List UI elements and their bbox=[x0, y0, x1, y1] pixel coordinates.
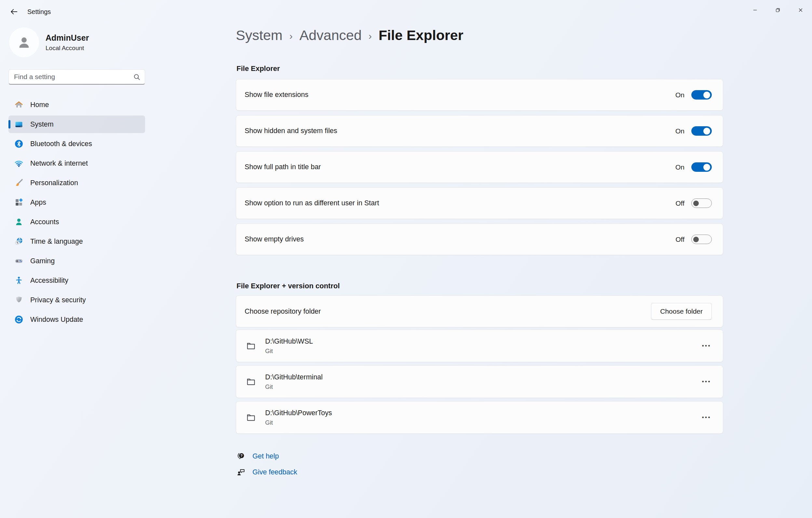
folder-icon bbox=[246, 341, 256, 351]
apps-icon bbox=[14, 198, 23, 207]
section-title-file-explorer: File Explorer bbox=[236, 64, 280, 73]
sidebar-item-label: Apps bbox=[30, 199, 46, 207]
setting-row-show-full-path: Show full path in title bar On bbox=[236, 151, 723, 183]
toggle-switch[interactable] bbox=[691, 162, 712, 172]
minimize-button[interactable] bbox=[744, 0, 766, 20]
accessibility-icon bbox=[14, 276, 23, 285]
setting-label: Show full path in title bar bbox=[244, 163, 321, 171]
search-icon[interactable] bbox=[133, 73, 141, 81]
sidebar-item-time-language[interactable]: Time & language bbox=[8, 233, 145, 250]
search-input[interactable] bbox=[14, 73, 133, 81]
give-feedback-row: Give feedback bbox=[236, 465, 297, 479]
page-title: File Explorer bbox=[379, 27, 463, 43]
toggle-switch[interactable] bbox=[691, 90, 712, 99]
toggle-state-label: On bbox=[675, 127, 685, 135]
sidebar-item-label: Time & language bbox=[30, 237, 83, 246]
toggle-state-label: Off bbox=[675, 199, 685, 207]
toggle-state-label: On bbox=[675, 163, 685, 171]
sidebar-item-system[interactable]: System bbox=[8, 116, 145, 133]
maximize-restore-button[interactable] bbox=[766, 0, 789, 20]
sidebar-item-accounts[interactable]: Accounts bbox=[8, 213, 145, 231]
repo-row-powertoys[interactable]: D:\GitHub\PowerToys Git ••• bbox=[236, 401, 723, 434]
sidebar-item-label: System bbox=[30, 120, 54, 128]
wifi-icon bbox=[14, 159, 23, 168]
sidebar-item-label: Accessibility bbox=[30, 277, 68, 285]
window-controls bbox=[744, 0, 812, 20]
repo-row-terminal[interactable]: D:\GitHub\terminal Git ••• bbox=[236, 365, 723, 398]
give-feedback-icon bbox=[236, 467, 245, 477]
shield-icon bbox=[14, 295, 23, 305]
setting-row-show-file-extensions: Show file extensions On bbox=[236, 79, 723, 111]
sidebar-item-label: Accounts bbox=[30, 218, 59, 226]
folder-icon bbox=[246, 377, 256, 387]
user-name: AdminUser bbox=[46, 33, 89, 42]
breadcrumb-advanced[interactable]: Advanced bbox=[299, 27, 361, 43]
toggle-switch[interactable] bbox=[691, 199, 712, 208]
sidebar-item-apps[interactable]: Apps bbox=[8, 194, 145, 211]
toggle-thumb bbox=[693, 236, 699, 242]
toggle-thumb bbox=[703, 164, 710, 171]
globe-clock-icon bbox=[14, 237, 23, 246]
sidebar-item-privacy-security[interactable]: Privacy & security bbox=[8, 291, 145, 309]
repo-subtitle: Git bbox=[265, 419, 332, 426]
toggle-thumb bbox=[703, 91, 710, 98]
setting-row-run-as-different-user: Show option to run as different user in … bbox=[236, 188, 723, 219]
gamepad-icon bbox=[14, 256, 23, 265]
sidebar-item-home[interactable]: Home bbox=[8, 96, 145, 114]
repo-path: D:\GitHub\PowerToys bbox=[265, 409, 332, 417]
person-icon bbox=[15, 33, 33, 51]
sidebar-item-personalization[interactable]: Personalization bbox=[8, 174, 145, 192]
user-account-type: Local Account bbox=[46, 45, 89, 52]
repo-subtitle: Git bbox=[265, 347, 313, 355]
chevron-right-icon: › bbox=[289, 29, 292, 41]
bluetooth-icon bbox=[14, 139, 23, 148]
sidebar-item-label: Gaming bbox=[30, 257, 55, 265]
update-sync-icon bbox=[14, 315, 23, 324]
sidebar-item-windows-update[interactable]: Windows Update bbox=[8, 311, 145, 328]
sidebar-item-label: Bluetooth & devices bbox=[30, 140, 92, 148]
accounts-person-icon bbox=[14, 218, 23, 227]
chevron-right-icon: › bbox=[369, 29, 372, 41]
sidebar-item-label: Windows Update bbox=[30, 316, 83, 324]
get-help-icon: ? bbox=[236, 452, 245, 461]
minimize-icon bbox=[752, 7, 758, 13]
section-title-version-control: File Explorer + version control bbox=[236, 282, 340, 290]
get-help-link[interactable]: Get help bbox=[253, 452, 279, 460]
paintbrush-icon bbox=[14, 178, 23, 188]
sidebar-item-network-internet[interactable]: Network & internet bbox=[8, 154, 145, 172]
sidebar-nav: Home System Bluetooth & devices Network … bbox=[8, 96, 145, 330]
sidebar-item-label: Privacy & security bbox=[30, 296, 86, 304]
sidebar-item-gaming[interactable]: Gaming bbox=[8, 252, 145, 270]
toggle-switch[interactable] bbox=[691, 235, 712, 244]
breadcrumb-system[interactable]: System bbox=[236, 27, 282, 43]
search-box bbox=[8, 69, 145, 85]
sidebar-item-label: Personalization bbox=[30, 179, 78, 187]
choose-repository-row: Choose repository folder Choose folder bbox=[236, 295, 723, 327]
toggle-thumb bbox=[703, 127, 710, 134]
give-feedback-link[interactable]: Give feedback bbox=[253, 468, 297, 477]
back-button[interactable] bbox=[6, 4, 22, 19]
more-options-icon[interactable]: ••• bbox=[701, 339, 712, 352]
repo-row-wsl[interactable]: D:\GitHub\WSL Git ••• bbox=[236, 329, 723, 362]
more-options-icon[interactable]: ••• bbox=[701, 411, 712, 424]
setting-label: Show file extensions bbox=[244, 91, 309, 99]
app-title: Settings bbox=[27, 8, 51, 16]
close-button[interactable] bbox=[789, 0, 812, 20]
toggle-switch[interactable] bbox=[691, 126, 712, 136]
sidebar-item-accessibility[interactable]: Accessibility bbox=[8, 272, 145, 289]
breadcrumb: System › Advanced › File Explorer bbox=[236, 27, 463, 43]
repo-subtitle: Git bbox=[265, 383, 323, 391]
more-options-icon[interactable]: ••• bbox=[701, 375, 712, 388]
setting-label: Show option to run as different user in … bbox=[244, 199, 379, 207]
close-icon bbox=[798, 7, 804, 13]
repo-path: D:\GitHub\terminal bbox=[265, 373, 323, 381]
setting-row-show-hidden-system-files: Show hidden and system files On bbox=[236, 115, 723, 147]
sidebar-item-label: Home bbox=[30, 101, 49, 109]
setting-label: Show empty drives bbox=[244, 235, 304, 243]
setting-label: Show hidden and system files bbox=[244, 127, 337, 135]
sidebar-item-bluetooth-devices[interactable]: Bluetooth & devices bbox=[8, 135, 145, 153]
back-arrow-icon bbox=[10, 7, 18, 16]
user-block: AdminUser Local Account bbox=[9, 27, 89, 57]
choose-folder-button[interactable]: Choose folder bbox=[651, 303, 712, 320]
avatar bbox=[9, 27, 39, 57]
